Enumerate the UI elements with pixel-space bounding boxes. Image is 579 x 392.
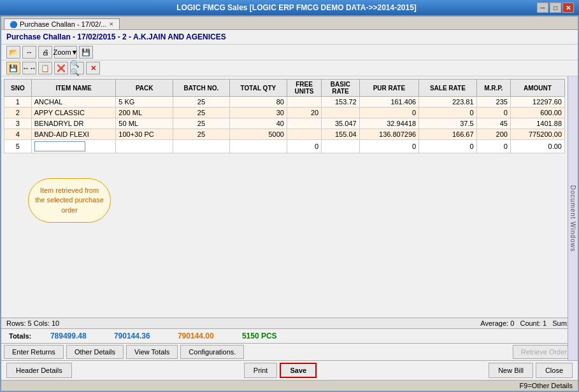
average-label: Average: 0 [480, 319, 514, 327]
col-amount: AMOUNT [510, 80, 564, 97]
side-label: Document Windows [568, 76, 578, 360]
tab-label: Purchase Challan - 17/02/... [20, 20, 106, 28]
save2-button[interactable]: 💾 [6, 62, 20, 74]
col-free-units: FREEUNITS [287, 80, 321, 97]
print-button[interactable]: Print [244, 363, 278, 378]
nav2-button[interactable]: ↔↔ [22, 62, 36, 74]
document-title: Purchase Challan - 17/02/2015 - 2 - A.K.… [1, 30, 578, 45]
callout-balloon: Item retrieved from the selected purchas… [28, 178, 111, 223]
col-mrp: M.R.P. [476, 80, 510, 97]
tab-icon: 🔵 [10, 21, 17, 28]
totals-val3: 790144.00 [164, 330, 227, 342]
col-sno: SNO [4, 80, 32, 97]
table-row[interactable]: 4BAND-AID FLEXI100+30 PC255000155.04136.… [4, 129, 565, 140]
col-sale-rate: SALE RATE [419, 80, 476, 97]
totals-val4: 5150 PCS [227, 330, 291, 342]
delete-button[interactable]: ❌ [54, 62, 68, 74]
col-total-qty: TOTAL QTY [229, 80, 287, 97]
close-toolbar-button[interactable]: ✕ [86, 62, 100, 74]
new-bill-button[interactable]: New Bill [489, 363, 533, 378]
item-name-input[interactable] [34, 141, 85, 151]
action-bar: Enter Returns Other Details View Totals … [1, 343, 578, 360]
status-footer: F9=Other Details [1, 380, 578, 391]
totals-val2: 790144.36 [100, 330, 164, 342]
find-button[interactable]: 🔍🔍 [70, 62, 84, 74]
col-pack: PACK [116, 80, 173, 97]
bottom-bar: Header Details Print Save New Bill Close [1, 360, 578, 380]
purchase-challan-tab[interactable]: 🔵 Purchase Challan - 17/02/... ✕ [4, 18, 120, 29]
grid-status-bar: Rows: 5 Cols: 10 Average: 0 Count: 1 Sum… [1, 318, 578, 328]
toolbar2: 💾 ↔↔ 📋 ❌ 🔍🔍 ✕ [1, 60, 578, 76]
table-row[interactable]: 500000.00 [4, 140, 565, 153]
footer-hint: F9=Other Details [520, 382, 573, 389]
print-toolbar-button[interactable]: 🖨 [38, 46, 52, 59]
totals-bar: Totals: 789499.48 790144.36 790144.00 51… [1, 328, 578, 343]
table-row[interactable]: 3BENADRYL DR50 ML254035.04732.9441837.54… [4, 118, 565, 129]
data-grid: SNO ITEM NAME PACK BATCH NO. TOTAL QTY F… [4, 79, 565, 153]
callout-text: Item retrieved from the selected purchas… [35, 186, 104, 215]
count-label: Count: 1 [520, 319, 547, 327]
grid-header-row: SNO ITEM NAME PACK BATCH NO. TOTAL QTY F… [4, 80, 565, 97]
document-windows-label: Document Windows [569, 185, 576, 252]
retrieve-order-button[interactable]: Retrieve Order [513, 345, 575, 359]
col-batch-no: BATCH NO. [173, 80, 230, 97]
col-basic-rate: BASICRATE [322, 80, 359, 97]
table-row[interactable]: 2APPY CLASSIC200 ML253020000600.00 [4, 108, 565, 118]
grid-stats: Average: 0 Count: 1 Sum:0 [480, 319, 573, 327]
col-item-name: ITEM NAME [31, 80, 116, 97]
window-close-button[interactable]: ✕ [562, 3, 574, 13]
tab-close-button[interactable]: ✕ [109, 21, 114, 27]
nav-button[interactable]: ↔ [22, 46, 36, 59]
totals-val1: 789499.48 [36, 330, 100, 342]
table-row[interactable]: 1ANCHAL5 KG2580153.72161.406223.81235122… [4, 97, 565, 108]
col-pur-rate: PUR RATE [359, 80, 419, 97]
maximize-button[interactable]: □ [550, 3, 561, 13]
minimize-button[interactable]: ─ [537, 3, 548, 13]
tab-bar: 🔵 Purchase Challan - 17/02/... ✕ [1, 17, 578, 30]
save-toolbar-button[interactable]: 💾 [79, 46, 93, 59]
view-totals-button[interactable]: View Totals [126, 345, 178, 359]
header-details-button[interactable]: Header Details [6, 363, 72, 378]
other-details-button[interactable]: Other Details [66, 345, 124, 359]
zoom-button[interactable]: Zoom▼ [54, 46, 77, 59]
title-bar: LOGIC FMCG Sales [LOGIC ERP FMCG DEMO DA… [0, 0, 579, 15]
open-button[interactable]: 📂 [6, 46, 20, 59]
configurations-button[interactable]: Configurations. [180, 345, 244, 359]
window-title: LOGIC FMCG Sales [LOGIC ERP FMCG DEMO DA… [176, 3, 417, 12]
rows-cols-label: Rows: 5 Cols: 10 [6, 319, 59, 327]
totals-label: Totals: [4, 331, 36, 341]
close-button[interactable]: Close [536, 363, 573, 378]
enter-returns-button[interactable]: Enter Returns [4, 345, 64, 359]
main-area: Document Windows SNO ITEM NAME PACK BATC… [1, 76, 578, 360]
copy-button[interactable]: 📋 [38, 62, 52, 74]
toolbar1: 📂 ↔ 🖨 Zoom▼ 💾 [1, 45, 578, 60]
save-button[interactable]: Save [280, 363, 317, 378]
